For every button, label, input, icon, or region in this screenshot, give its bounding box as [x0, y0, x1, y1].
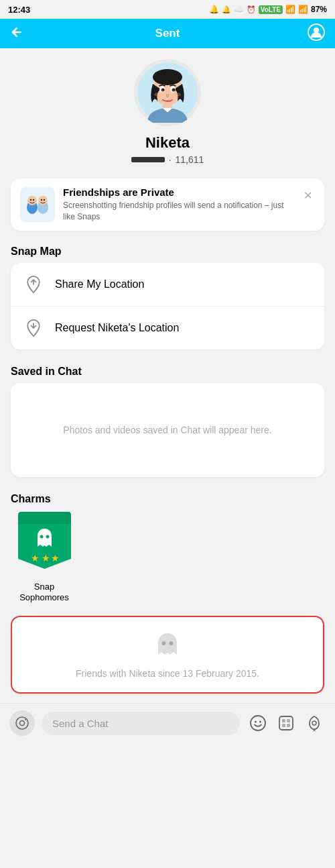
share-location-row[interactable]: Share My Location	[11, 263, 324, 307]
friendship-text-block: Friendships are Private Screenshotting f…	[63, 186, 293, 223]
alarm-icon: 🔔	[209, 5, 219, 14]
camera-button[interactable]	[9, 710, 35, 736]
friendship-close-button[interactable]: ✕	[301, 186, 315, 205]
svg-point-17	[30, 199, 31, 201]
svg-point-41	[312, 721, 316, 725]
svg-point-8	[161, 89, 165, 92]
svg-rect-38	[287, 719, 290, 722]
svg-point-13	[174, 93, 181, 97]
friendship-subtitle: Screenshotting friendship profiles will …	[63, 200, 293, 223]
profile-button[interactable]	[307, 23, 326, 45]
wifi-icon: 📶	[285, 5, 295, 14]
svg-point-20	[38, 196, 48, 205]
svg-rect-40	[287, 724, 290, 727]
svg-point-23	[40, 535, 43, 539]
svg-point-33	[251, 716, 265, 730]
avatar	[134, 59, 201, 126]
emoji-button[interactable]	[247, 712, 269, 735]
boost-button[interactable]	[303, 712, 326, 735]
share-location-icon	[21, 272, 46, 296]
score-separator: ·	[169, 154, 172, 165]
profile-score: · 11,611	[131, 154, 204, 165]
svg-point-32	[25, 719, 26, 720]
request-location-icon	[21, 316, 46, 340]
svg-rect-39	[282, 724, 285, 727]
svg-point-31	[20, 721, 25, 726]
svg-rect-36	[279, 716, 293, 730]
clock-icon: ⏰	[247, 5, 256, 14]
svg-point-21	[41, 199, 42, 201]
notification-icon: 🔔	[222, 5, 231, 14]
svg-point-9	[172, 89, 176, 92]
svg-point-18	[33, 199, 34, 201]
charm-badge-snap-sophomores: ★ ★ ★	[14, 510, 74, 578]
friendship-notice-card: Friendships are Private Screenshotting f…	[11, 178, 324, 231]
svg-point-5	[153, 69, 182, 85]
svg-text:★: ★	[30, 553, 39, 563]
score-value: 11,611	[176, 154, 204, 165]
svg-point-35	[259, 721, 261, 723]
header: Sent	[0, 19, 335, 48]
request-location-row[interactable]: Request Niketa's Location	[11, 307, 324, 349]
profile-section: Niketa · 11,611	[0, 48, 335, 172]
signal-icon: 📶	[298, 5, 308, 14]
svg-rect-37	[282, 719, 285, 722]
charms-section-title: Charms	[0, 486, 335, 510]
header-title: Sent	[155, 27, 180, 40]
charms-grid: ★ ★ ★ Snap Sophomores	[0, 510, 335, 614]
score-dots	[131, 157, 165, 162]
svg-point-10	[163, 89, 164, 90]
saved-chat-empty-text: Photos and videos saved in Chat will app…	[50, 411, 285, 449]
snap-map-card: Share My Location Request Niketa's Locat…	[11, 263, 324, 349]
share-location-label: Share My Location	[55, 278, 144, 290]
ghost-icon	[154, 631, 181, 663]
back-button[interactable]	[9, 25, 24, 43]
svg-point-24	[46, 535, 49, 539]
svg-text:★: ★	[50, 553, 59, 563]
chat-bar: Send a Chat	[0, 703, 335, 743]
chat-input[interactable]: Send a Chat	[42, 712, 240, 735]
battery-level: 87%	[311, 5, 327, 14]
volte-badge: VoLTE	[259, 5, 283, 14]
stickers-button[interactable]	[275, 712, 297, 735]
friendship-since-card: Friends with Niketa since 13 February 20…	[11, 616, 324, 694]
profile-name: Niketa	[145, 134, 190, 152]
svg-point-12	[154, 93, 161, 97]
charm-snap-sophomores[interactable]: ★ ★ ★ Snap Sophomores	[11, 510, 78, 604]
friendship-icon	[20, 187, 55, 222]
svg-point-1	[314, 28, 319, 33]
charm-snap-sophomores-label: Snap Sophomores	[11, 582, 78, 604]
cloud-icon: ☁️	[234, 5, 244, 14]
svg-point-22	[44, 199, 45, 201]
svg-point-28	[162, 641, 166, 645]
svg-point-29	[170, 641, 174, 645]
svg-point-34	[255, 721, 257, 723]
status-icons: 🔔 🔔 ☁️ ⏰ VoLTE 📶 📶 87%	[209, 5, 327, 14]
status-time: 12:43	[8, 5, 30, 15]
chat-actions	[247, 712, 326, 735]
svg-rect-14	[21, 188, 54, 221]
saved-chat-card: Photos and videos saved in Chat will app…	[11, 383, 324, 477]
snap-map-section-title: Snap Map	[0, 239, 335, 263]
friendship-title: Friendships are Private	[63, 186, 293, 198]
svg-text:★: ★	[41, 553, 50, 563]
svg-point-30	[16, 717, 28, 729]
friendship-since-text: Friends with Niketa since 13 February 20…	[76, 668, 259, 679]
request-location-label: Request Niketa's Location	[55, 322, 179, 334]
svg-point-16	[27, 196, 37, 205]
status-bar: 12:43 🔔 🔔 ☁️ ⏰ VoLTE 📶 📶 87%	[0, 0, 335, 19]
saved-in-chat-section-title: Saved in Chat	[0, 359, 335, 383]
svg-point-11	[174, 89, 175, 90]
